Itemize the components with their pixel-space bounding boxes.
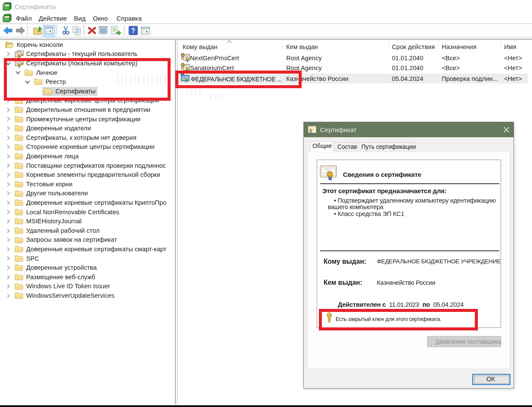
svg-text:?: ? bbox=[131, 27, 135, 34]
